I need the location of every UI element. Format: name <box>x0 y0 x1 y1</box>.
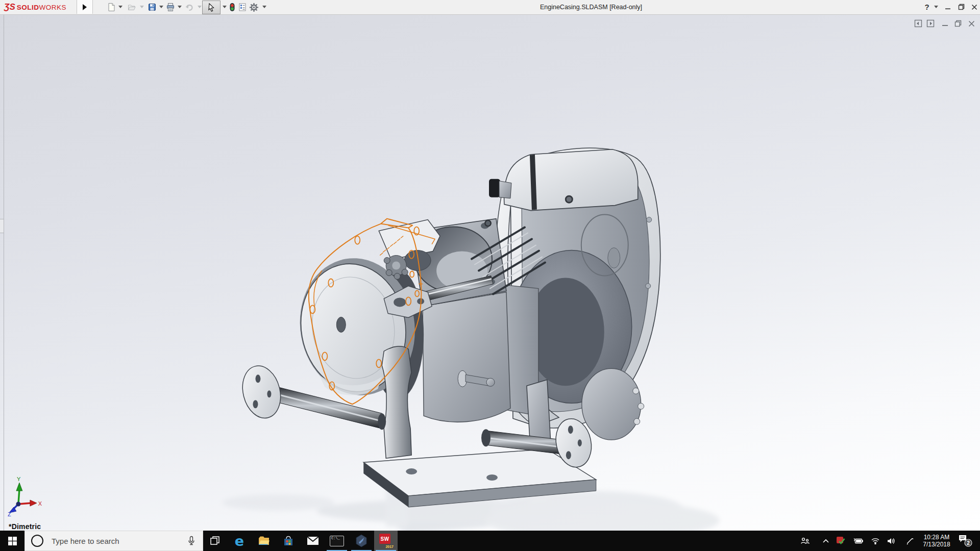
orientation-triad[interactable]: Y X Z <box>8 476 42 517</box>
new-document-dropdown[interactable] <box>118 6 122 8</box>
triad-y-label: Y <box>17 476 21 482</box>
taskbar-app-file-explorer[interactable] <box>252 531 276 551</box>
help-button[interactable]: ? <box>921 0 933 14</box>
solidworks-app-icon: SW 2017 <box>379 534 393 548</box>
undo-icon <box>184 3 193 12</box>
tray-solidworks-monitor[interactable] <box>833 531 849 551</box>
view-orientation-label: *Dimetric <box>9 522 41 531</box>
open-button[interactable] <box>126 2 137 13</box>
file-properties-icon <box>238 3 247 12</box>
file-explorer-icon <box>258 535 270 546</box>
undo-dropdown[interactable] <box>198 6 202 8</box>
restore-icon <box>958 4 965 10</box>
taskbar-app-store[interactable] <box>277 531 300 551</box>
titlebar: ƷS SOLIDWORKS <box>0 0 980 15</box>
rebuild-stoplight-button[interactable] <box>227 2 238 13</box>
command-prompt-icon: C:\_ <box>330 536 344 546</box>
taskbar-search[interactable] <box>24 531 203 551</box>
menu-expand-button[interactable] <box>77 0 93 14</box>
taskbar-clock[interactable]: 10:28 AM 7/13/2018 <box>919 531 954 551</box>
action-center-button[interactable]: 2 <box>955 531 976 551</box>
solidworks-logo: ƷS SOLIDWORKS <box>4 2 66 13</box>
taskbar-app-mail[interactable] <box>301 531 325 551</box>
tray-volume-button[interactable] <box>883 531 899 551</box>
document-title: EngineCasing.SLDASM [Read-only] <box>540 4 642 11</box>
triad-x-label: X <box>38 500 42 507</box>
save-icon <box>148 3 157 12</box>
print-dropdown[interactable] <box>178 6 182 8</box>
save-dropdown[interactable] <box>159 6 163 8</box>
print-button[interactable] <box>165 2 176 13</box>
tray-ink-button[interactable] <box>901 531 918 551</box>
cortana-icon[interactable] <box>31 535 43 547</box>
options-gear-icon <box>249 3 259 12</box>
model-top-cover <box>489 149 638 211</box>
solidworks-check-icon <box>836 536 846 545</box>
stoplight-icon <box>228 3 237 12</box>
tray-date: 7/13/2018 <box>923 541 950 548</box>
minimize-icon <box>945 4 951 10</box>
brand-solid: SOLID <box>17 4 39 11</box>
new-document-button[interactable] <box>106 2 117 13</box>
close-button[interactable] <box>967 0 980 14</box>
solidworks-logo-mark: ƷS <box>4 2 15 12</box>
microsoft-store-icon <box>283 535 294 546</box>
search-input[interactable] <box>51 536 170 546</box>
screen: { "titlebar": { "brand_mark": "ƷS", "bra… <box>0 0 980 551</box>
select-tool-button[interactable] <box>202 1 220 14</box>
brand-works: WORKS <box>39 4 67 11</box>
model-mid-block <box>423 283 538 422</box>
model-engine-casing: Y X Z <box>0 15 980 531</box>
help-dropdown[interactable] <box>934 6 938 8</box>
task-view-button[interactable] <box>203 531 227 551</box>
tray-network-button[interactable] <box>867 531 884 551</box>
chevron-up-icon <box>822 538 829 543</box>
tray-time: 10:28 AM <box>924 534 950 541</box>
save-button[interactable] <box>146 2 158 13</box>
graphics-area[interactable]: Y X Z *Dimetric <box>0 15 980 531</box>
windows-logo-icon <box>8 537 17 545</box>
open-dropdown[interactable] <box>140 6 144 8</box>
tray-battery-button[interactable] <box>850 531 867 551</box>
options-button[interactable] <box>248 2 259 13</box>
taskbar-app-edge[interactable]: e <box>228 531 251 551</box>
people-icon <box>800 537 810 545</box>
start-button[interactable] <box>0 531 24 551</box>
taskbar-app-solidworks-active[interactable]: SW 2017 <box>374 531 398 551</box>
expand-arrow-icon <box>83 4 87 10</box>
notification-badge: 2 <box>967 540 970 546</box>
file-properties-button[interactable] <box>237 2 248 13</box>
open-icon <box>127 3 136 12</box>
select-dropdown[interactable] <box>223 6 227 8</box>
action-center-icon: 2 <box>958 534 973 547</box>
mail-icon <box>307 536 319 545</box>
battery-icon <box>853 537 864 544</box>
options-dropdown[interactable] <box>262 6 266 8</box>
taskbar-app-hexagon[interactable] <box>350 531 373 551</box>
windows-taskbar: e C:\_ SW <box>0 531 980 551</box>
close-icon <box>971 4 977 10</box>
undo-button[interactable] <box>183 2 194 13</box>
task-view-icon <box>209 535 220 546</box>
taskbar-app-command-prompt[interactable]: C:\_ <box>325 531 349 551</box>
edge-icon: e <box>235 534 244 548</box>
hexagon-app-icon <box>355 534 368 547</box>
microphone-icon[interactable] <box>187 536 195 546</box>
volume-icon <box>887 537 896 545</box>
print-icon <box>166 3 175 12</box>
wifi-icon <box>871 537 880 544</box>
tray-show-hidden-button[interactable] <box>818 531 834 551</box>
select-cursor-icon <box>207 3 216 12</box>
pen-icon <box>905 537 914 545</box>
triad-z-label: Z <box>8 511 11 517</box>
new-document-icon <box>107 3 116 12</box>
tray-people-button[interactable] <box>797 531 813 551</box>
